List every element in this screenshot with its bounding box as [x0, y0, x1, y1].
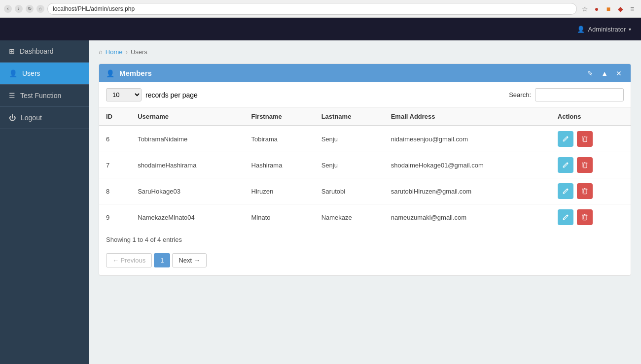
table-row: 6 TobiramaNidaime Tobirama Senju nidaime… [99, 126, 631, 152]
cell-username: TobiramaNidaime [131, 126, 244, 152]
table-row: 9 NamekazeMinato04 Minato Namekaze nameu… [99, 204, 631, 231]
users-icon: 👤 [9, 69, 17, 77]
members-table: ID Username Firstname Lastname Email Add… [99, 108, 631, 230]
sidebar-label-dashboard: Dashboard [20, 47, 54, 55]
test-function-icon: ☰ [9, 92, 15, 99]
cell-lastname: Senju [315, 152, 384, 178]
cell-email: sarutobiHiruzen@gmail.com [384, 178, 551, 204]
table-controls: 10 25 50 100 records per page Search: [99, 82, 631, 108]
page-1-button[interactable]: 1 [154, 253, 170, 267]
breadcrumb-current: Users [131, 48, 147, 56]
browser-icon-3[interactable]: ◆ [615, 4, 625, 14]
cell-firstname: Tobirama [245, 126, 315, 152]
cell-username: shodaimeHashirama [131, 152, 244, 178]
col-username: Username [131, 108, 244, 126]
breadcrumb: ⌂ Home › Users [99, 48, 631, 56]
content-area: ⌂ Home › Users 👤 Members ✎ ▲ ✕ [89, 40, 641, 364]
table-row: 7 shodaimeHashirama Hashirama Senju shod… [99, 152, 631, 178]
sidebar-label-test-function: Test Function [20, 92, 61, 99]
cell-username: SaruHokage03 [131, 178, 244, 204]
user-label: Administrator [588, 26, 626, 33]
delete-button-row-3[interactable] [577, 209, 593, 225]
home-icon-breadcrumb: ⌂ [99, 48, 103, 56]
cell-id: 8 [99, 178, 131, 204]
browser-icons: ☆ ● ■ ◆ ≡ [580, 4, 637, 14]
panel-header-left: 👤 Members [106, 69, 152, 77]
topbar: 👤 Administrator ▾ [0, 18, 641, 40]
delete-button-row-2[interactable] [577, 183, 593, 199]
sidebar-item-logout[interactable]: ⏻ Logout [0, 107, 89, 129]
edit-button-row-1[interactable] [558, 157, 573, 173]
browser-icon-2[interactable]: ■ [604, 4, 613, 14]
showing-text: Showing 1 to 4 of 4 entries [106, 236, 182, 243]
back-button[interactable]: ‹ [4, 5, 12, 13]
panel-close-button[interactable]: ✕ [614, 69, 624, 77]
user-menu[interactable]: 👤 Administrator ▾ [577, 26, 631, 33]
sidebar-item-test-function[interactable]: ☰ Test Function [0, 85, 89, 107]
url-text: localhost/PHL/admin/users.php [53, 5, 135, 12]
col-email: Email Address [384, 108, 551, 126]
edit-icon [562, 135, 569, 142]
records-per-page-select[interactable]: 10 25 50 100 [106, 88, 142, 101]
delete-button-row-1[interactable] [577, 157, 593, 173]
cell-actions [551, 152, 631, 178]
cell-lastname: Namekaze [315, 204, 384, 231]
main-layout: ⊞ Dashboard 👤 Users ☰ Test Function ⏻ Lo… [0, 40, 641, 364]
pagination: ← Previous 1 Next → [99, 249, 631, 275]
table-header-row: ID Username Firstname Lastname Email Add… [99, 108, 631, 126]
breadcrumb-home-link[interactable]: Home [106, 48, 123, 56]
home-button[interactable]: ⌂ [36, 5, 44, 13]
cell-id: 9 [99, 204, 131, 231]
user-icon: 👤 [577, 26, 585, 33]
cell-actions [551, 178, 631, 204]
col-actions: Actions [551, 108, 631, 126]
delete-button-row-0[interactable] [577, 131, 593, 147]
panel-collapse-button[interactable]: ▲ [599, 69, 610, 77]
sidebar-label-logout: Logout [21, 114, 42, 122]
records-per-page-area: 10 25 50 100 records per page [106, 88, 198, 101]
panel-header-user-icon: 👤 [106, 69, 114, 77]
cell-email: shodaimeHokage01@gmail.com [384, 152, 551, 178]
edit-icon [562, 188, 569, 195]
cell-firstname: Hiruzen [245, 178, 315, 204]
cell-id: 7 [99, 152, 131, 178]
delete-icon [581, 188, 588, 195]
refresh-button[interactable]: ↻ [26, 5, 34, 13]
col-lastname: Lastname [315, 108, 384, 126]
edit-icon [562, 214, 569, 221]
next-page-button[interactable]: Next → [172, 253, 206, 267]
caret-icon: ▾ [629, 27, 631, 32]
sidebar-item-users[interactable]: 👤 Users [0, 63, 89, 85]
cell-email: nameuzumaki@gmail.com [384, 204, 551, 231]
edit-icon [562, 162, 569, 168]
table-row: 8 SaruHokage03 Hiruzen Sarutobi sarutobi… [99, 178, 631, 204]
table-body: 6 TobiramaNidaime Tobirama Senju nidaime… [99, 126, 631, 230]
forward-button[interactable]: › [15, 5, 23, 13]
menu-icon[interactable]: ≡ [627, 4, 637, 14]
browser-icon-1[interactable]: ● [592, 4, 602, 14]
edit-button-row-3[interactable] [558, 209, 573, 225]
cell-firstname: Hashirama [245, 152, 315, 178]
dashboard-icon: ⊞ [9, 47, 15, 55]
cell-firstname: Minato [245, 204, 315, 231]
logout-icon: ⏻ [9, 114, 16, 122]
table-footer: Showing 1 to 4 of 4 entries [99, 230, 631, 249]
star-icon[interactable]: ☆ [580, 4, 590, 14]
search-input[interactable] [535, 88, 624, 101]
col-id: ID [99, 108, 131, 126]
col-firstname: Firstname [245, 108, 315, 126]
panel-edit-button[interactable]: ✎ [585, 69, 595, 77]
url-bar[interactable]: localhost/PHL/admin/users.php [47, 3, 577, 15]
sidebar-item-dashboard[interactable]: ⊞ Dashboard [0, 40, 89, 63]
cell-lastname: Sarutobi [315, 178, 384, 204]
edit-button-row-0[interactable] [558, 131, 573, 147]
browser-chrome: ‹ › ↻ ⌂ localhost/PHL/admin/users.php ☆ … [0, 0, 641, 18]
cell-actions [551, 126, 631, 152]
cell-actions [551, 204, 631, 231]
panel-header: 👤 Members ✎ ▲ ✕ [99, 64, 631, 82]
panel-title: Members [119, 69, 152, 77]
search-area: Search: [509, 88, 624, 101]
prev-page-button[interactable]: ← Previous [106, 253, 152, 267]
edit-button-row-2[interactable] [558, 183, 573, 199]
cell-username: NamekazeMinato04 [131, 204, 244, 231]
